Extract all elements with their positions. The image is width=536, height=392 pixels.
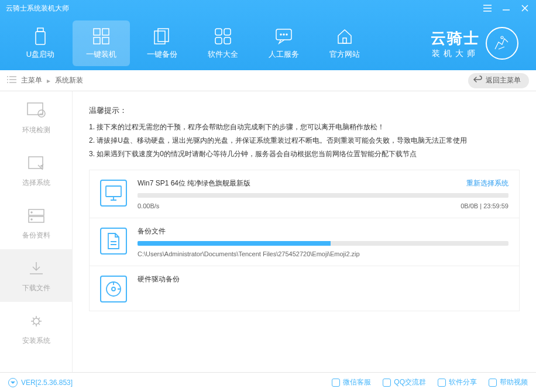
file-icon [100,228,127,255]
env-check-icon [26,101,47,121]
back-arrow-icon [473,75,482,85]
windows-icon [91,27,111,46]
download-progress [138,193,508,198]
usb-icon [30,27,50,46]
driver-card: 硬件驱动备份 [89,266,520,311]
chat-icon [274,27,294,46]
brand-main: 云骑士 [431,28,480,49]
svg-rect-9 [224,29,231,35]
nav-support[interactable]: 人工服务 [255,20,312,66]
apps-icon [213,27,233,46]
backup-title: 备份文件 [138,226,166,236]
wechat-icon [332,379,340,387]
svg-point-14 [283,34,284,35]
svg-rect-4 [94,37,100,44]
nav-usb-boot[interactable]: U盘启动 [12,20,69,66]
sidebar-label: 安装系统 [22,336,50,346]
nav-one-click-backup[interactable]: 一键备份 [133,20,191,66]
download-card: Win7 SP1 64位 纯净绿色旗舰最新版 重新选择系统 0.00B/s 0B… [89,170,520,218]
svg-rect-3 [102,29,109,35]
nav-one-click-install[interactable]: 一键装机 [73,20,130,66]
svg-point-15 [286,34,287,35]
svg-rect-11 [224,37,231,44]
download-icon [26,259,47,278]
sidebar-download-file[interactable]: 下载文件 [0,249,72,302]
list-icon [7,76,16,85]
backup-icon [152,27,172,46]
download-title: Win7 SP1 64位 纯净绿色旗舰最新版 [138,178,250,188]
select-system-icon [26,153,47,173]
sidebar-install-system[interactable]: 安装系统 [0,302,72,355]
install-icon [26,311,47,331]
breadcrumb-root[interactable]: 主菜单 [21,75,42,85]
svg-rect-26 [106,186,121,197]
svg-rect-8 [215,29,222,35]
dropdown-icon [8,378,18,387]
disk-icon [100,276,127,302]
nav-software[interactable]: 软件大全 [194,20,252,66]
home-icon [335,27,355,46]
tip-item: 1. 接下来的过程无需您的干预，程序会帮助您自动完成剩下的步骤，您可以离开电脑稍… [89,121,520,134]
nav-label: 软件大全 [208,49,238,60]
monitor-icon [100,180,127,207]
nav-website[interactable]: 官方网站 [316,20,373,66]
reselect-system-link[interactable]: 重新选择系统 [466,178,508,188]
close-icon[interactable] [520,3,530,13]
footer-qq-group[interactable]: QQ交流群 [383,377,426,387]
backup-path: C:\Users\Administrator\Documents\Tencent… [138,250,508,257]
sidebar-select-system[interactable]: 选择系统 [0,144,72,197]
svg-rect-18 [28,103,43,115]
svg-point-23 [31,212,32,213]
menu-icon[interactable] [482,3,493,13]
brand-sub: 装机大师 [431,49,480,59]
driver-title: 硬件驱动备份 [138,274,180,284]
svg-rect-0 [37,28,43,32]
sidebar-env-check[interactable]: 环境检测 [0,91,72,144]
footer-help-video[interactable]: 帮助视频 [489,377,528,387]
nav-label: U盘启动 [26,49,54,60]
nav-label: 一键备份 [147,49,177,60]
backup-progress [138,241,508,246]
tip-item: 2. 请拔掉U盘、移动硬盘，退出光驱内的光盘，并保证系统重装过程不断电。否则重装… [89,134,520,147]
backup-card: 备份文件 C:\Users\Administrator\Documents\Te… [89,218,520,266]
window-title: 云骑士系统装机大师 [6,4,69,13]
svg-rect-20 [29,157,43,169]
footer-wechat-support[interactable]: 微信客服 [332,377,371,387]
sidebar-label: 备份资料 [22,231,50,240]
qq-icon [383,379,391,387]
chevron-right-icon: ▸ [47,77,50,85]
brand: 云骑士 装机大师 [431,27,524,60]
backup-data-icon [26,206,47,226]
svg-point-17 [501,36,503,39]
svg-rect-10 [215,37,222,44]
svg-rect-16 [343,38,346,43]
nav-label: 官方网站 [329,49,360,60]
svg-point-13 [280,34,281,35]
nav-label: 一键装机 [86,49,116,60]
share-icon [438,379,446,387]
sidebar-label: 选择系统 [22,178,50,188]
svg-point-24 [31,219,32,220]
footer-share[interactable]: 软件分享 [438,377,477,387]
version-text: VER[2.5.36.853] [21,379,73,387]
back-label: 返回主菜单 [486,75,521,85]
download-eta: 23:59:59 [483,202,508,209]
tips-list: 1. 接下来的过程无需您的干预，程序会帮助您自动完成剩下的步骤，您可以离开电脑稍… [89,121,520,160]
version-button[interactable]: VER[2.5.36.853] [8,378,73,387]
nav-label: 人工服务 [269,49,299,60]
tip-item: 3. 如果遇到下载速度为0的情况时请耐心等待几分钟，服务器会自动根据您当前网络位… [89,147,520,161]
sidebar-label: 下载文件 [22,283,50,293]
breadcrumb-current: 系统新装 [55,75,83,85]
svg-point-28 [112,287,115,291]
download-size: 0B/0B [461,202,478,209]
back-main-button[interactable]: 返回主菜单 [468,73,529,88]
sidebar-backup-data[interactable]: 备份资料 [0,197,72,249]
download-speed: 0.00B/s [138,202,159,209]
titlebar: 云骑士系统装机大师 [0,0,536,16]
svg-rect-2 [94,29,100,35]
svg-rect-1 [36,32,45,44]
svg-rect-5 [102,37,109,44]
minimize-icon[interactable] [501,3,511,13]
tips-title: 温馨提示： [89,105,520,116]
video-icon [489,379,497,387]
